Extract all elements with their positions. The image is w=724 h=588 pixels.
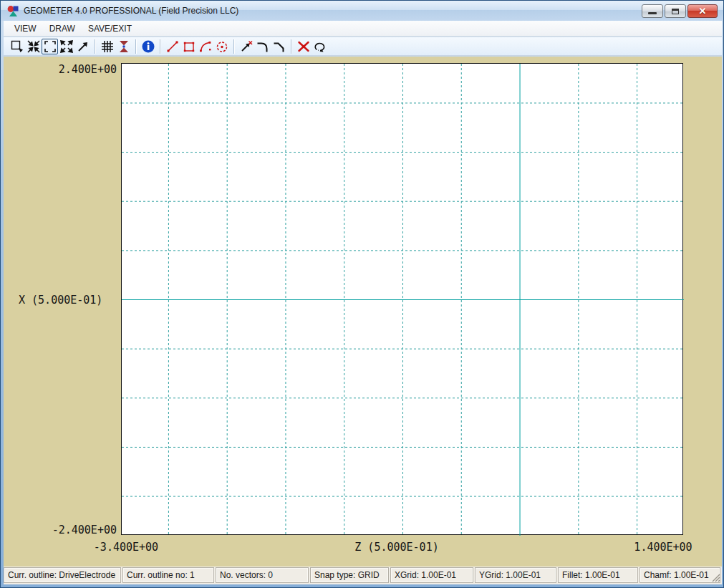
toolbar-separator [291, 39, 291, 54]
status-snap-type: Snap type: GRID [310, 567, 389, 583]
y-axis-min-label: -2.400E+00 [32, 524, 117, 536]
zoom-region-icon [10, 39, 24, 54]
delete-vector-button[interactable] [295, 39, 312, 54]
toolbar-separator [233, 39, 234, 54]
x-axis-min-label: -3.400E+00 [76, 541, 176, 554]
draw-line-button[interactable] [164, 39, 180, 54]
status-bar: Curr. outline: DriveElectrode Curr. outl… [4, 567, 722, 584]
chamfer-icon [272, 39, 286, 54]
snap-settings-button[interactable] [115, 39, 132, 54]
menu-bar: VIEW DRAW SAVE/EXIT [4, 21, 722, 37]
toolbar-separator [160, 39, 160, 54]
y-axis-title: X (5.000E-01) [19, 294, 102, 307]
zoom-in-icon [26, 39, 41, 54]
edit-vector-button[interactable] [238, 39, 254, 54]
rectangle-tool-icon [182, 39, 196, 54]
snap-icon [117, 39, 131, 54]
repeat-icon [313, 39, 327, 54]
toolbar-separator [135, 39, 136, 54]
x-axis-title: Z (5.000E-01) [325, 541, 468, 554]
app-window: GEOMETER 4.0 PROFESSIONAL (Field Precisi… [0, 0, 724, 588]
arc-tool-icon [198, 39, 213, 54]
zoom-in-button[interactable] [25, 39, 42, 54]
grid-settings-button[interactable] [99, 39, 115, 54]
draw-rectangle-button[interactable] [180, 39, 197, 54]
status-ygrid: YGrid: 1.00E-01 [475, 567, 556, 583]
pan-view-icon [76, 39, 90, 54]
chamfer-corner-button[interactable] [271, 39, 287, 54]
drawing-area: 2.400E+00 X (5.000E-01) -2.400E+00 -3.40… [4, 57, 722, 567]
minimize-button[interactable] [642, 4, 663, 18]
pan-view-button[interactable] [74, 39, 91, 54]
status-fillet: Fillet: 1.00E-01 [558, 567, 638, 583]
close-icon: ✕ [699, 6, 707, 16]
info-button[interactable] [140, 39, 156, 54]
expand-view-button[interactable] [58, 39, 74, 54]
status-outline-number: Curr. outline no: 1 [122, 567, 214, 583]
circle-tool-icon [215, 39, 229, 54]
fillet-corner-button[interactable] [254, 39, 271, 54]
toolbar-separator [95, 39, 95, 54]
fit-view-icon [43, 39, 57, 54]
info-icon [141, 39, 155, 54]
draw-arc-button[interactable] [197, 39, 213, 54]
window-title: GEOMETER 4.0 PROFESSIONAL (Field Precisi… [24, 6, 238, 16]
title-bar[interactable]: GEOMETER 4.0 PROFESSIONAL (Field Precisi… [1, 1, 723, 21]
menu-draw[interactable]: DRAW [43, 21, 82, 36]
edit-vector-icon [239, 39, 254, 54]
menu-view[interactable]: VIEW [8, 21, 43, 36]
menu-save-exit[interactable]: SAVE/EXIT [82, 21, 138, 36]
plot-canvas[interactable] [121, 63, 683, 535]
grid-svg [122, 64, 684, 536]
zoom-region-button[interactable] [9, 39, 25, 54]
status-chamfer: Chamf: 1.00E-01 [639, 567, 720, 583]
repeat-operation-button[interactable] [312, 39, 328, 54]
status-xgrid: XGrid: 1.00E-01 [390, 567, 473, 583]
maximize-button[interactable] [665, 4, 686, 18]
grid-icon [100, 39, 115, 54]
toolbar [4, 37, 722, 56]
fit-view-button[interactable] [42, 39, 58, 54]
delete-icon [296, 39, 311, 54]
maximize-icon [672, 9, 679, 14]
y-axis-max-label: 2.400E+00 [32, 63, 117, 76]
minimize-icon [648, 12, 657, 14]
close-button[interactable]: ✕ [687, 4, 718, 18]
fillet-icon [256, 39, 270, 54]
line-tool-icon [165, 39, 180, 54]
x-axis-max-label: 1.400E+00 [619, 541, 708, 554]
expand-view-icon [59, 39, 74, 54]
status-current-outline: Curr. outline: DriveElectrode [4, 567, 121, 583]
status-vector-count: No. vectors: 0 [216, 567, 309, 583]
app-icon [7, 5, 19, 17]
draw-circle-button[interactable] [213, 39, 230, 54]
resize-grip[interactable] [710, 572, 720, 582]
